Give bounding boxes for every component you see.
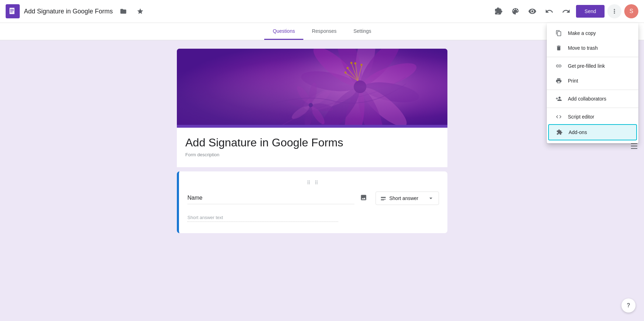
- form-main-title: Add Signature in Google Forms: [185, 136, 439, 149]
- question-row: Short answer: [187, 191, 439, 205]
- svg-point-37: [308, 103, 313, 108]
- svg-point-12: [353, 87, 389, 125]
- form-area: Add Signature in Google Forms Form descr…: [0, 40, 624, 321]
- preview-button[interactable]: [525, 4, 539, 18]
- form-description-text: Form description: [185, 152, 439, 157]
- redo-icon: [562, 7, 570, 16]
- menu-item-script-label: Script editor: [568, 114, 594, 120]
- add-image-to-question-button[interactable]: [357, 191, 370, 205]
- svg-point-32: [309, 104, 327, 125]
- undo-button[interactable]: [542, 4, 556, 18]
- svg-point-13: [341, 89, 368, 125]
- menu-item-prefilled-label: Get pre-filled link: [568, 63, 605, 69]
- svg-rect-3: [10, 12, 13, 12]
- menu-divider-2: [547, 90, 638, 90]
- collaborators-icon: [555, 96, 562, 102]
- menu-divider-3: [547, 108, 638, 108]
- svg-point-8: [355, 49, 405, 90]
- svg-point-34: [290, 103, 311, 121]
- forms-icon: [8, 7, 17, 16]
- question-type-selector[interactable]: Short answer: [376, 192, 439, 205]
- addon-icon: [556, 129, 563, 135]
- dropdown-arrow-icon: [427, 195, 434, 202]
- menu-item-collaborators-label: Add collaborators: [568, 96, 606, 102]
- svg-point-27: [344, 71, 347, 74]
- menu-item-collaborators[interactable]: Add collaborators: [547, 91, 638, 106]
- question-type-label: Short answer: [389, 195, 425, 201]
- tab-responses[interactable]: Responses: [303, 23, 345, 40]
- menu-item-script-editor[interactable]: Script editor: [547, 109, 638, 124]
- folder-button[interactable]: [117, 5, 130, 18]
- app-icon: [6, 4, 20, 18]
- svg-line-23: [352, 63, 358, 81]
- svg-point-33: [303, 106, 314, 125]
- svg-point-29: [308, 82, 318, 104]
- print-icon: [555, 78, 562, 84]
- menu-item-print[interactable]: Print: [547, 73, 638, 88]
- form-title-card: Add Signature in Google Forms Form descr…: [177, 125, 447, 167]
- svg-point-6: [331, 49, 367, 86]
- svg-point-10: [362, 79, 421, 106]
- more-options-button[interactable]: [607, 4, 621, 18]
- svg-point-26: [360, 63, 363, 66]
- star-button[interactable]: [134, 5, 147, 18]
- svg-point-5: [265, 49, 441, 125]
- menu-item-move-trash-label: Move to trash: [568, 45, 598, 51]
- menu-item-addons[interactable]: Add-ons: [548, 124, 637, 140]
- answer-preview: Short answer text: [187, 212, 439, 225]
- copy-icon: [555, 30, 562, 36]
- menu-item-make-copy-label: Make a copy: [568, 30, 596, 36]
- header-left: Add Signature in Google Forms: [6, 4, 491, 18]
- help-label: ?: [627, 302, 630, 309]
- menu-divider-1: [547, 57, 638, 57]
- dropdown-menu: Make a copy Move to trash Get pre-filled…: [547, 23, 638, 143]
- svg-point-18: [352, 79, 368, 95]
- send-button[interactable]: Send: [576, 5, 605, 18]
- link-icon: [555, 63, 562, 69]
- user-avatar[interactable]: S: [624, 4, 638, 18]
- svg-point-36: [295, 84, 313, 106]
- folder-icon: [120, 8, 127, 15]
- undo-icon: [545, 7, 553, 16]
- svg-point-7: [352, 49, 379, 85]
- question-title-input[interactable]: [187, 192, 354, 204]
- svg-point-16: [299, 68, 358, 95]
- menu-item-prefilled-link[interactable]: Get pre-filled link: [547, 59, 638, 73]
- redo-button[interactable]: [559, 4, 573, 18]
- menu-item-make-copy[interactable]: Make a copy: [547, 26, 638, 41]
- puzzle-icon: [494, 7, 503, 16]
- svg-rect-2: [10, 11, 14, 11]
- menu-item-print-label: Print: [568, 78, 578, 84]
- svg-rect-1: [10, 9, 14, 10]
- tab-settings[interactable]: Settings: [345, 23, 380, 40]
- svg-point-28: [350, 61, 353, 64]
- question-input-area: [187, 191, 370, 205]
- svg-point-14: [315, 84, 365, 125]
- tab-questions[interactable]: Questions: [264, 23, 303, 40]
- svg-line-21: [353, 66, 366, 81]
- help-button[interactable]: ?: [621, 298, 636, 313]
- header: Add Signature in Google Forms: [0, 0, 644, 23]
- svg-point-11: [357, 82, 412, 125]
- banner-svg: [177, 49, 447, 125]
- svg-line-22: [346, 70, 358, 84]
- svg-rect-4: [177, 49, 447, 125]
- form-container: Add Signature in Google Forms Form descr…: [177, 49, 447, 233]
- header-right: Send S: [491, 4, 638, 18]
- svg-point-9: [360, 58, 419, 94]
- svg-point-17: [309, 49, 363, 91]
- script-icon: [555, 114, 562, 120]
- svg-point-15: [301, 80, 360, 116]
- svg-line-19: [348, 67, 358, 83]
- svg-point-30: [310, 89, 332, 107]
- svg-point-35: [287, 98, 310, 108]
- save-drive-button[interactable]: [491, 4, 506, 18]
- answer-preview-text: Short answer text: [187, 215, 338, 222]
- menu-item-addons-label: Add-ons: [569, 129, 587, 135]
- trash-icon: [555, 45, 562, 51]
- eye-icon: [528, 7, 537, 16]
- svg-line-20: [352, 64, 361, 81]
- image-icon: [360, 194, 367, 201]
- menu-item-move-trash[interactable]: Move to trash: [547, 41, 638, 55]
- palette-button[interactable]: [508, 4, 522, 18]
